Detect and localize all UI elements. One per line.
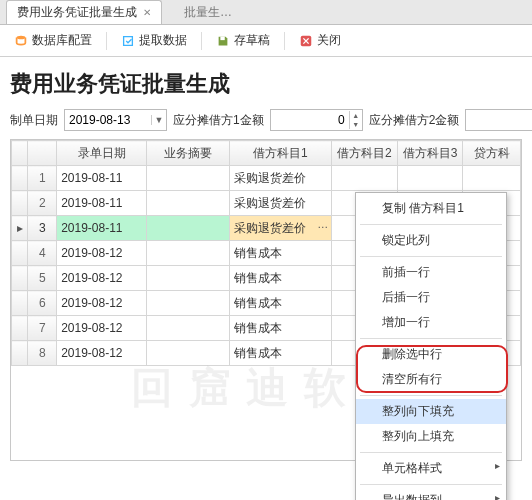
row-number: 6 (28, 291, 57, 316)
close-icon (299, 34, 313, 48)
cell-debit1[interactable]: 销售成本 (229, 291, 332, 316)
svg-rect-1 (220, 36, 224, 40)
header-row: 录单日期 业务摘要 借方科目1 借方科目2 借方科目3 贷方科 (12, 141, 521, 166)
cell-date[interactable]: 2019-08-11 (57, 166, 147, 191)
extract-button[interactable]: 提取数据 (115, 29, 193, 52)
amt1-field[interactable] (271, 113, 349, 127)
amt1-input[interactable]: ▲▼ (270, 109, 363, 131)
cm-sep (360, 256, 502, 257)
cm-clear-all[interactable]: 清空所有行 (356, 367, 506, 392)
cm-delete-selected[interactable]: 删除选中行 (356, 342, 506, 367)
cell-debit1[interactable]: 销售成本 (229, 266, 332, 291)
cell-debit1[interactable]: 销售成本 (229, 241, 332, 266)
cell-debit1[interactable]: 销售成本 (229, 341, 332, 366)
corner-cell (12, 141, 28, 166)
cell-debit1[interactable]: 采购退货差价… (229, 216, 332, 241)
tab-title: 费用业务凭证批量生成 (17, 4, 137, 21)
row-number: 5 (28, 266, 57, 291)
extract-icon (121, 34, 135, 48)
date-label: 制单日期 (10, 112, 58, 129)
cell-summary[interactable] (147, 341, 229, 366)
cell-debit1[interactable]: 销售成本 (229, 316, 332, 341)
col-debit1[interactable]: 借方科目1 (229, 141, 332, 166)
date-dropdown-icon[interactable]: ▼ (151, 115, 166, 125)
toolbar-separator (106, 32, 107, 50)
database-icon (14, 34, 28, 48)
row-indicator (12, 166, 28, 191)
row-indicator (12, 191, 28, 216)
cell-summary[interactable] (147, 191, 229, 216)
amt1-spinner[interactable]: ▲▼ (349, 111, 362, 129)
filter-row: 制单日期 ▼ 应分摊借方1金额 ▲▼ 应分摊借方2金额 ▲▼ 应分摊 (10, 109, 522, 131)
extract-label: 提取数据 (139, 32, 187, 49)
amt1-label: 应分摊借方1金额 (173, 112, 264, 129)
rownum-header (28, 141, 57, 166)
close-label: 关闭 (317, 32, 341, 49)
draft-label: 存草稿 (234, 32, 270, 49)
col-summary[interactable]: 业务摘要 (147, 141, 229, 166)
cm-export[interactable]: 导出数据到 (356, 488, 506, 500)
col-credit[interactable]: 贷方科 (463, 141, 521, 166)
col-debit3[interactable]: 借方科目3 (397, 141, 463, 166)
col-date[interactable]: 录单日期 (57, 141, 147, 166)
cell-date[interactable]: 2019-08-12 (57, 291, 147, 316)
save-icon (216, 34, 230, 48)
cm-add-row[interactable]: 增加一行 (356, 310, 506, 335)
cell-summary[interactable] (147, 316, 229, 341)
row-number: 8 (28, 341, 57, 366)
cm-fill-down[interactable]: 整列向下填充 (356, 399, 506, 424)
cell-debit3[interactable] (397, 166, 463, 191)
cell-date[interactable]: 2019-08-12 (57, 266, 147, 291)
cell-date[interactable]: 2019-08-11 (57, 191, 147, 216)
row-indicator (12, 266, 28, 291)
cell-summary[interactable] (147, 241, 229, 266)
close-button[interactable]: 关闭 (293, 29, 347, 52)
toolbar-separator (201, 32, 202, 50)
table-row[interactable]: 12019-08-11采购退货差价 (12, 166, 521, 191)
watermark: 回 窟 迪 软 (131, 360, 348, 416)
date-input[interactable]: ▼ (64, 109, 167, 131)
page-title: 费用业务凭证批量生成 (10, 69, 522, 99)
date-field[interactable] (65, 113, 151, 127)
cell-debit1[interactable]: 采购退货差价 (229, 191, 332, 216)
amt2-field[interactable] (466, 113, 532, 127)
close-tab-icon[interactable]: ✕ (143, 7, 151, 18)
row-number: 3 (28, 216, 57, 241)
cell-summary[interactable] (147, 266, 229, 291)
cm-sep (360, 338, 502, 339)
row-indicator: ▸ (12, 216, 28, 241)
background-tab[interactable]: 批量生… (174, 1, 242, 24)
col-debit2[interactable]: 借方科目2 (332, 141, 398, 166)
cm-sep (360, 484, 502, 485)
cm-insert-after[interactable]: 后插一行 (356, 285, 506, 310)
cm-sep (360, 224, 502, 225)
cm-fill-up[interactable]: 整列向上填充 (356, 424, 506, 449)
cell-summary[interactable] (147, 216, 229, 241)
cm-cell-style[interactable]: 单元格样式 (356, 456, 506, 481)
amt2-input[interactable]: ▲▼ (465, 109, 532, 131)
cell-date[interactable]: 2019-08-12 (57, 241, 147, 266)
cell-debit1[interactable]: 采购退货差价 (229, 166, 332, 191)
toolbar: 数据库配置 提取数据 存草稿 关闭 (0, 25, 532, 57)
cell-summary[interactable] (147, 166, 229, 191)
row-indicator (12, 241, 28, 266)
cell-summary[interactable] (147, 291, 229, 316)
db-config-button[interactable]: 数据库配置 (8, 29, 98, 52)
context-menu[interactable]: 复制 借方科目1 锁定此列 前插一行 后插一行 增加一行 删除选中行 清空所有行… (355, 192, 507, 500)
active-tab[interactable]: 费用业务凭证批量生成 ✕ (6, 0, 162, 24)
cell-ellipsis-icon[interactable]: … (317, 218, 329, 230)
row-number: 4 (28, 241, 57, 266)
cm-lock[interactable]: 锁定此列 (356, 228, 506, 253)
cell-date[interactable]: 2019-08-12 (57, 341, 147, 366)
row-number: 1 (28, 166, 57, 191)
cm-insert-before[interactable]: 前插一行 (356, 260, 506, 285)
cell-date[interactable]: 2019-08-12 (57, 316, 147, 341)
row-number: 7 (28, 316, 57, 341)
row-indicator (12, 341, 28, 366)
cell-debit2[interactable] (332, 166, 398, 191)
draft-button[interactable]: 存草稿 (210, 29, 276, 52)
row-indicator (12, 291, 28, 316)
cell-credit[interactable] (463, 166, 521, 191)
cm-copy[interactable]: 复制 借方科目1 (356, 196, 506, 221)
cell-date[interactable]: 2019-08-11 (57, 216, 147, 241)
